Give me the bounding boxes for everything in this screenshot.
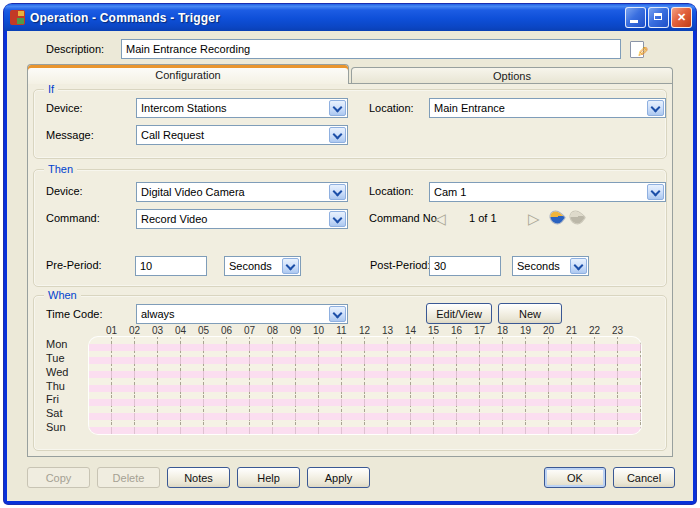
schedule-row-wed[interactable] [89,371,641,378]
hour-label: 14 [402,325,420,336]
hour-label: 06 [218,325,236,336]
pre-period-input[interactable] [135,256,207,276]
minimize-button[interactable] [625,7,646,28]
app-icon [10,10,25,25]
if-group: If Device: Intercom Stations Location: M… [33,89,667,159]
if-location-label: Location: [369,102,414,114]
then-location-value: Cam 1 [430,186,646,198]
then-device-select[interactable]: Digital Video Camera [136,182,348,202]
close-button[interactable]: ✕ [671,7,692,28]
hour-label: 23 [609,325,627,336]
hour-label: 20 [540,325,558,336]
pencil-icon: ✎ [637,45,649,59]
pre-period-unit-select[interactable]: Seconds [224,256,301,276]
window-controls: ✕ [625,7,692,28]
previous-command-button[interactable]: ◁ [434,209,446,229]
hour-label: 05 [195,325,213,336]
pre-period-unit-value: Seconds [225,260,281,272]
edit-view-button[interactable]: Edit/View [426,303,492,324]
then-group-title: Then [44,163,77,175]
day-label: Tue [46,352,65,364]
copy-button: Copy [27,467,90,488]
tab-options[interactable]: Options [351,67,673,84]
add-command-icon[interactable] [548,209,565,226]
if-location-select[interactable]: Main Entrance [429,98,666,118]
dropdown-arrow-icon[interactable] [329,211,346,227]
dropdown-arrow-icon[interactable] [647,100,664,116]
tab-configuration-label: Configuration [155,69,220,81]
ok-button[interactable]: OK [544,467,606,488]
hour-label: 04 [172,325,190,336]
hour-label: 08 [264,325,282,336]
post-period-unit-select[interactable]: Seconds [512,256,589,276]
dialog-window: Operation - Commands - Trigger ✕ Descrip… [4,4,696,504]
apply-button[interactable]: Apply [307,467,370,488]
post-period-label: Post-Period: [370,259,431,271]
then-command-value: Record Video [137,213,328,225]
schedule-row-mon[interactable] [89,344,641,351]
dropdown-arrow-icon[interactable] [329,127,346,143]
if-message-value: Call Request [137,129,328,141]
dropdown-arrow-icon[interactable] [329,306,346,322]
edit-view-button-label: Edit/View [436,308,482,320]
copy-button-label: Copy [46,472,72,484]
dropdown-arrow-icon[interactable] [282,258,299,274]
then-command-label: Command: [46,212,100,224]
schedule-row-sat[interactable] [89,413,641,420]
if-message-select[interactable]: Call Request [136,125,348,145]
configuration-panel: If Device: Intercom Stations Location: M… [27,83,673,457]
tab-configuration[interactable]: Configuration [27,64,349,84]
hour-label: 19 [517,325,535,336]
hour-label: 03 [149,325,167,336]
hour-label: 11 [333,325,351,336]
then-command-select[interactable]: Record Video [136,209,348,229]
schedule-row-thu[interactable] [89,385,641,392]
next-command-button[interactable]: ▷ [528,209,540,229]
then-location-select[interactable]: Cam 1 [429,182,666,202]
new-button[interactable]: New [498,303,562,324]
hour-label: 10 [310,325,328,336]
hour-label: 16 [448,325,466,336]
hour-label: 15 [425,325,443,336]
dropdown-arrow-icon[interactable] [329,100,346,116]
maximize-button[interactable] [648,7,669,28]
hour-label: 17 [471,325,489,336]
command-no-label: Command No. [369,212,440,224]
help-button[interactable]: Help [237,467,300,488]
day-label: Thu [46,380,65,392]
notes-button[interactable]: Notes [167,467,230,488]
description-input[interactable] [121,39,621,59]
cancel-button[interactable]: Cancel [613,467,675,488]
time-code-select[interactable]: always [136,304,348,324]
title-bar[interactable]: Operation - Commands - Trigger ✕ [4,4,696,31]
delete-button-label: Delete [113,472,145,484]
day-label: Sat [46,407,63,419]
when-group: When Time Code: always Edit/View New 010… [33,295,667,451]
notes-button-label: Notes [184,472,213,484]
if-device-value: Intercom Stations [137,102,328,114]
day-label: Wed [46,366,68,378]
post-period-unit-value: Seconds [513,260,569,272]
hour-label: 21 [563,325,581,336]
tab-options-label: Options [493,70,531,82]
day-label: Sun [46,421,66,433]
schedule-row-fri[interactable] [89,399,641,406]
dropdown-arrow-icon[interactable] [329,184,346,200]
window-title: Operation - Commands - Trigger [30,11,620,25]
dropdown-arrow-icon[interactable] [647,184,664,200]
schedule-row-tue[interactable] [89,357,641,364]
when-group-title: When [44,289,81,301]
then-device-label: Device: [46,185,83,197]
post-period-input[interactable] [429,256,501,276]
description-label: Description: [46,43,104,55]
hour-label: 22 [586,325,604,336]
day-label: Fri [46,393,59,405]
day-label: Mon [46,338,67,350]
then-group: Then Device: Digital Video Camera Locati… [33,169,667,287]
edit-note-icon[interactable]: ✎ [629,40,647,58]
schedule-row-sun[interactable] [89,427,641,434]
if-device-select[interactable]: Intercom Stations [136,98,348,118]
dropdown-arrow-icon[interactable] [570,258,587,274]
hour-label: 13 [379,325,397,336]
schedule-grid[interactable] [89,337,641,434]
